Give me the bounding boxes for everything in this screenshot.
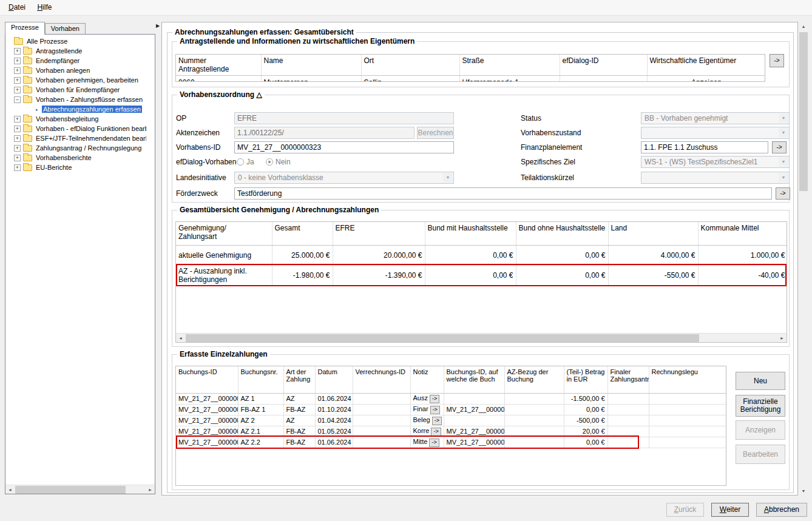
spezifisches-ziel-combo[interactable]: WS-1 - (WS) TestSpezifischesZiel1▼ <box>641 156 790 168</box>
tree-item-vorhaben-endempfaenger[interactable]: + Vorhaben für Endempfänger <box>7 85 146 95</box>
tree-item-esf-jtf[interactable]: + ESF+/JTF-Teilnehmendendaten bearbeiten <box>7 133 146 143</box>
abbrechen-button[interactable]: Abbrechen <box>756 503 807 517</box>
expand-plus-icon[interactable]: + <box>14 135 21 142</box>
cell-art: FB-AZ <box>283 426 315 437</box>
expand-plus-icon[interactable]: + <box>14 116 21 123</box>
expand-plus-icon[interactable]: + <box>14 67 21 74</box>
main-vscrollbar[interactable]: ▲ ▼ <box>799 22 808 496</box>
expand-plus-icon[interactable]: + <box>14 58 21 64</box>
neu-button[interactable]: Neu <box>736 372 785 390</box>
einzelzahlungen-title: Erfasste Einzelzahlungen <box>177 350 270 358</box>
payment-row[interactable]: MV_21_27__0000000 FB-AZ 1 FB-AZ 01.10.20… <box>176 404 726 415</box>
radio-ja[interactable] <box>237 158 244 166</box>
dropdown-icon[interactable]: ▼ <box>779 113 788 123</box>
payment-row[interactable]: MV_21_27__0000000 AZ 2.1 FB-AZ 01.05.202… <box>176 426 726 437</box>
cell-datum: 01.04.2024 <box>315 415 353 426</box>
tree-item-vorhabensberichte[interactable]: + Vorhabensberichte <box>7 153 146 163</box>
cell-art: AZ <box>283 415 315 426</box>
dropdown-icon[interactable]: ▼ <box>779 173 788 183</box>
dropdown-icon[interactable]: ▼ <box>779 157 788 167</box>
payment-row[interactable]: MV_21_27__0000000 AZ 1 AZ 01.06.2024 Aus… <box>176 393 726 404</box>
berechnen-button[interactable]: Berechnen <box>417 127 454 139</box>
menu-hilfe[interactable]: Hilfe <box>32 2 56 12</box>
scroll-right-icon[interactable]: ► <box>777 334 787 343</box>
column-header: Buchungsnr. <box>238 366 283 393</box>
op-label: OP <box>176 112 186 124</box>
foerderzweck-field[interactable] <box>234 187 772 200</box>
notiz-arrow-button[interactable]: -> <box>429 439 439 447</box>
payment-row-highlighted[interactable]: MV_21_27__0000000 AZ 2.2 FB-AZ 01.06.202… <box>176 437 726 448</box>
tree-item-efdialog-funktionen[interactable]: + Vorhaben - efDialog Funktionen bearbei… <box>7 124 146 133</box>
radio-nein[interactable] <box>266 158 273 166</box>
foerderzweck-arrow-button[interactable]: -> <box>776 187 790 200</box>
op-field[interactable] <box>234 112 454 124</box>
zurueck-button[interactable]: Zurück <box>666 503 704 517</box>
cell-bezug-id: MV_21_27__0000000 <box>444 426 504 437</box>
tree-item-vorhabensbegleitung[interactable]: + Vorhabensbegleitung <box>7 114 146 124</box>
teilaktionskuerzel-combo[interactable]: ▼ <box>641 172 790 184</box>
notiz-arrow-button[interactable]: -> <box>430 406 440 414</box>
folder-icon <box>23 164 32 171</box>
payment-row[interactable]: MV_21_27__0000000 AZ 2 AZ 01.04.2024 Bel… <box>176 415 726 426</box>
notiz-arrow-button[interactable]: -> <box>432 417 442 425</box>
finanzielle-berichtigung-button[interactable]: Finanzielle Berichtigung <box>736 395 785 417</box>
bearbeiten-button[interactable]: Bearbeiten <box>736 445 785 464</box>
antragstellende-detail-arrow-button[interactable]: -> <box>770 54 784 67</box>
column-header: Ort <box>361 55 459 76</box>
tree-hscroll-thumb[interactable] <box>15 486 126 494</box>
tree-item-zahlungsfluesse[interactable]: − Vorhaben - Zahlungsflüsse erfassen <box>7 95 146 104</box>
tree-item-zahlungsantrag[interactable]: + Zahlungsantrag / Rechnungslegung <box>7 143 146 153</box>
aktenzeichen-field[interactable] <box>234 127 414 139</box>
gesamt-row-auszahlung[interactable]: AZ - Auszahlung inkl. Berichtigungen -1.… <box>176 265 787 285</box>
menu-datei[interactable]: Datei <box>4 2 30 12</box>
weiter-button[interactable]: Weiter <box>711 503 749 517</box>
status-combo[interactable]: BB - Vorhaben genehmigt▼ <box>641 112 790 124</box>
scroll-right-icon[interactable]: ► <box>146 485 155 494</box>
dropdown-icon[interactable]: ▼ <box>443 173 453 183</box>
tree-item-label: Vorhaben - efDialog Funktionen bearbeite… <box>35 125 146 132</box>
gesamt-row-genehmigung[interactable]: aktuelle Genehmigung 25.000,00 € 20.000,… <box>176 245 787 265</box>
expand-plus-icon[interactable]: + <box>14 48 21 55</box>
anzeigen-button[interactable]: Anzeigen <box>736 420 785 440</box>
tree-item-eu-berichte[interactable]: + EU-Berichte <box>7 163 146 172</box>
gesamt-hscrollbar[interactable]: ◄ ► <box>176 333 787 342</box>
notiz-arrow-button[interactable]: -> <box>431 428 441 436</box>
expand-plus-icon[interactable]: + <box>14 126 21 132</box>
scroll-left-icon[interactable]: ◄ <box>176 334 185 343</box>
main-vscroll-thumb[interactable] <box>799 32 808 191</box>
scroll-up-icon[interactable]: ▲ <box>799 22 808 31</box>
collapse-minus-icon[interactable]: − <box>14 96 21 103</box>
expand-plus-icon[interactable]: + <box>14 145 21 152</box>
tree-item-alle-prozesse[interactable]: Alle Prozesse <box>7 36 146 46</box>
tree-item-vorhaben-anlegen[interactable]: + Vorhaben anlegen <box>7 66 146 75</box>
finanzplanelement-field[interactable] <box>641 141 768 153</box>
tree-item-antragstellende[interactable]: + Antragstellende <box>7 46 146 56</box>
scroll-down-icon[interactable]: ▼ <box>799 486 808 496</box>
vorhabenszuordnung-title-text: Vorhabenszuordnung <box>180 90 254 99</box>
vorhabens-id-field[interactable] <box>234 141 454 153</box>
expand-plus-icon[interactable]: + <box>14 77 21 84</box>
expand-plus-icon[interactable]: + <box>14 87 21 93</box>
cell-zahlungsart: aktuelle Genehmigung <box>176 245 272 265</box>
notiz-arrow-button[interactable]: -> <box>430 395 439 403</box>
splitter-collapse-icon[interactable]: ▶ <box>156 23 160 29</box>
anzeigen-link[interactable]: Anzeigen <box>647 76 765 82</box>
tree-item-endempfaenger[interactable]: + Endempfänger <box>7 56 146 66</box>
scroll-left-icon[interactable]: ◄ <box>5 485 15 494</box>
tree-hscrollbar[interactable]: ◄ ► <box>5 485 155 494</box>
expand-plus-icon[interactable]: + <box>14 155 21 161</box>
finanzplanelement-arrow-button[interactable]: -> <box>772 141 787 153</box>
cell-bezug-id: MV_21_27__0000000 <box>444 404 504 415</box>
cell-datum: 01.05.2024 <box>315 426 353 437</box>
gesamt-hscroll-thumb[interactable] <box>186 334 699 342</box>
landesinitiative-combo[interactable]: 0 - keine Vorhabensklasse▼ <box>234 172 454 184</box>
vorhabenszustand-combo[interactable]: ▼ <box>641 127 790 139</box>
tab-vorhaben[interactable]: Vorhaben <box>45 23 86 35</box>
tab-prozesse[interactable]: Prozesse <box>5 22 45 35</box>
dropdown-icon[interactable]: ▼ <box>779 128 788 138</box>
column-header: Verrechnungs-ID <box>353 366 410 393</box>
antragstellende-row[interactable]: 0060 Musterperson Sellin Uferpromonade 1… <box>176 76 765 82</box>
tree-item-vorhaben-genehmigen[interactable]: + Vorhaben genehmigen, bearbeiten <box>7 75 146 85</box>
tree-item-abrechnungszahlungen[interactable]: ● Abrechnungszahlungen erfassen <box>7 104 146 114</box>
expand-plus-icon[interactable]: + <box>14 164 21 171</box>
